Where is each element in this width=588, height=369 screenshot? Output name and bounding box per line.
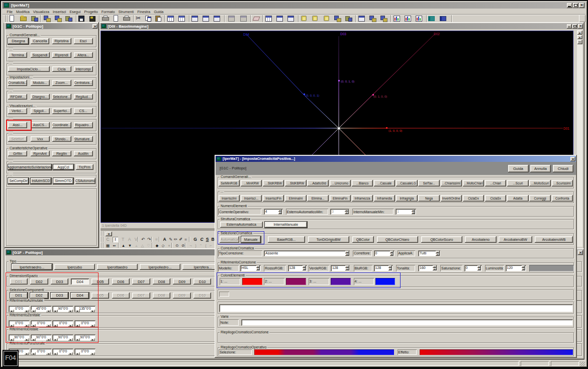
svg-text:D03: D03 (340, 32, 346, 36)
svg-text:D04: D04 (243, 33, 249, 36)
svg-text:D02: D02 (434, 32, 440, 36)
svg-text:(0, 0, 0, 1): (0, 0, 0, 1) (306, 94, 319, 97)
svg-text:(0, 0, 1, 0): (0, 0, 1, 0) (341, 80, 354, 83)
svg-text:D01: D01 (563, 127, 569, 130)
svg-text:(1, 0, 0, 0): (1, 0, 0, 0) (388, 129, 402, 132)
svg-text:(0, 1, 0, 0): (0, 1, 0, 0) (373, 95, 387, 98)
